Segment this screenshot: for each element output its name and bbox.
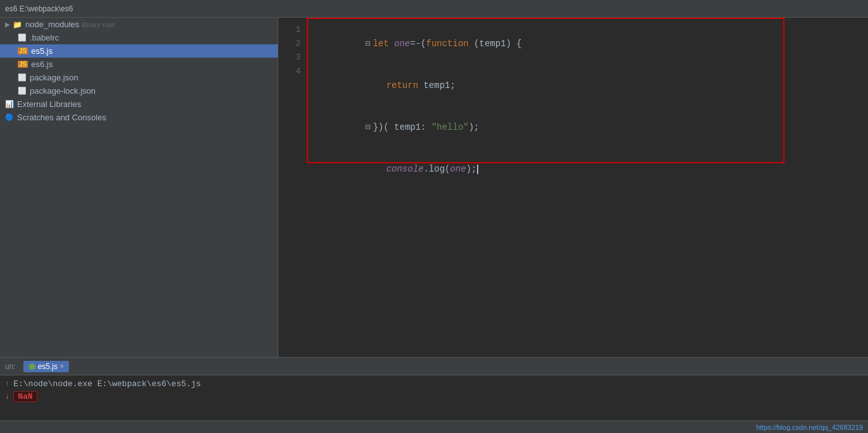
line-numbers: 1 2 3 4 — [278, 18, 307, 357]
bottom-tabs: un: ⬤ es5.js × — [0, 358, 868, 375]
sidebar-item-label: External Libraries — [17, 99, 81, 109]
code-container: 1 2 3 4 ⊟let one=-(function (temp1) { re… — [278, 18, 868, 357]
sidebar-item-packagelockjson[interactable]: ⬜ package-lock.json — [0, 84, 278, 97]
js-file-icon: JS — [18, 47, 28, 54]
run-tab[interactable]: ⬤ es5.js × — [23, 361, 69, 372]
js-file-icon-2: JS — [18, 61, 28, 68]
line-number: 4 — [278, 65, 301, 78]
expand-arrow-icon: ▶ — [5, 21, 10, 28]
sidebar-item-packagejson[interactable]: ⬜ package.json — [0, 71, 278, 84]
sidebar-item-external-libs[interactable]: 📊 External Libraries — [0, 97, 278, 111]
nan-output: NaN — [13, 391, 37, 402]
code-line-2: return temp1; — [312, 65, 868, 106]
sidebar-item-label: node_modules library root — [25, 20, 115, 29]
line-number: 2 — [278, 37, 301, 51]
bottom-footer: https://blog.csdn.net/qq_42683219 — [0, 420, 868, 433]
editor-area[interactable]: 1 2 3 4 ⊟let one=-(function (temp1) { re… — [278, 18, 868, 357]
sidebar-item-es6js[interactable]: JS es6.js — [0, 58, 278, 71]
main-layout: ▶ 📁 node_modules library root ⬜ .babelrc… — [0, 18, 868, 357]
terminal-command-line: ↑ E:\node\node.exe E:\webpack\es6\es5.js — [0, 378, 868, 390]
sidebar-item-scratches[interactable]: 🔵 Scratches and Consoles — [0, 111, 278, 124]
sidebar-item-es5js[interactable]: JS es5.js — [0, 44, 278, 58]
terminal-content: ↑ E:\node\node.exe E:\webpack\es6\es5.js… — [0, 375, 868, 420]
code-line-3: ⊟})( temp1: "hello"); — [312, 106, 868, 148]
line-number: 1 — [278, 23, 301, 37]
arrow-up-icon: ↑ — [5, 380, 9, 389]
sidebar-item-babelrc[interactable]: ⬜ .babelrc — [0, 31, 278, 44]
json-lock-file-icon: ⬜ — [18, 87, 27, 95]
bottom-panel: un: ⬤ es5.js × ↑ E:\node\node.exe E:\web… — [0, 357, 868, 433]
top-bar: es6 E:\webpack\es6 — [0, 0, 868, 18]
scratches-icon: 🔵 — [5, 113, 14, 122]
external-libs-icon: 📊 — [5, 100, 14, 108]
sidebar-item-label: package-lock.json — [30, 86, 96, 96]
line-number: 3 — [278, 51, 301, 65]
sidebar-item-label: Scratches and Consoles — [17, 113, 106, 122]
babelrc-file-icon: ⬜ — [18, 34, 27, 42]
project-title: es6 E:\webpack\es6 — [5, 4, 73, 13]
code-line-1: ⊟let one=-(function (temp1) { — [312, 23, 868, 65]
sidebar-item-node-modules[interactable]: ▶ 📁 node_modules library root — [0, 18, 278, 31]
sidebar-item-label: package.json — [30, 73, 78, 82]
footer-link[interactable]: https://blog.csdn.net/qq_42683219 — [756, 424, 863, 431]
text-cursor — [477, 165, 478, 174]
sidebar-item-label: .babelrc — [30, 33, 59, 42]
arrow-down-icon: ↓ — [5, 392, 9, 401]
code-line-4: console.log(one); — [312, 148, 868, 190]
sidebar-item-label: es5.js — [31, 46, 53, 56]
folder-icon: 📁 — [13, 20, 22, 29]
terminal-output-line: ↓ NaN — [0, 390, 868, 403]
code-content[interactable]: ⊟let one=-(function (temp1) { return tem… — [307, 18, 868, 357]
run-tab-icon: ⬤ — [28, 363, 35, 370]
sidebar: ▶ 📁 node_modules library root ⬜ .babelrc… — [0, 18, 278, 357]
run-tab-filename: es5.js — [38, 362, 58, 371]
sidebar-item-label: es6.js — [31, 60, 53, 69]
tab-close-button[interactable]: × — [60, 363, 64, 370]
terminal-command: E:\node\node.exe E:\webpack\es6\es5.js — [13, 379, 201, 389]
run-label: un: — [5, 362, 16, 371]
json-file-icon: ⬜ — [18, 73, 27, 82]
